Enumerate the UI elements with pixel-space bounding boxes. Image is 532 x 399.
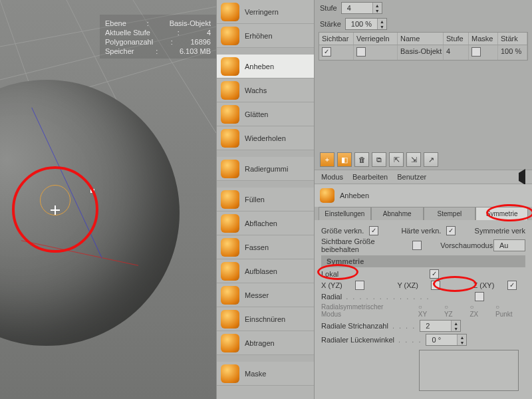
viewport-3d[interactable]: Ebene:Basis-Objekt Aktuelle Stufe:4 Poly… (0, 0, 216, 399)
hud-val: Basis-Objekt (170, 19, 211, 28)
stufe-stepper[interactable]: 4▲▼ (341, 2, 382, 14)
eraser-icon (221, 160, 239, 178)
mask-icon (221, 364, 239, 383)
delete-button[interactable]: 🗑 (354, 152, 369, 167)
tab-stempel[interactable]: Stempel (424, 207, 476, 220)
menu-bearbeiten[interactable]: Bearbeiten (352, 173, 388, 181)
radio-xy[interactable]: ○ XY (418, 303, 436, 318)
tool-label: Aufblasen (245, 267, 310, 275)
menu-benutzer[interactable]: Benutzer (397, 173, 426, 181)
sym-x-label: X (YZ) (321, 281, 342, 289)
sym-z-checkbox[interactable] (507, 281, 517, 290)
shrink-icon (221, 3, 239, 21)
tool-messer[interactable]: Messer (217, 283, 314, 307)
tool-fuellen[interactable]: Füllen (217, 188, 314, 211)
add-layer-button[interactable]: + (320, 152, 334, 167)
settings-panel: Größe verkn. Härte verkn. Symmetrie verk… (315, 220, 532, 399)
tool-label: Messer (245, 291, 310, 299)
preview-box (419, 350, 519, 391)
col-maske[interactable]: Maske (469, 33, 498, 45)
collapse-icon[interactable] (519, 173, 525, 181)
staerke-stepper[interactable]: 100 %▲▼ (345, 18, 387, 30)
tool-label: Füllen (245, 196, 310, 203)
tab-einstellungen[interactable]: Einstellungen (319, 207, 371, 220)
radial-gap-label: Radialer Lückenwinkel (321, 336, 394, 344)
fill-icon (221, 190, 239, 209)
copy-button[interactable]: ⧉ (372, 152, 386, 167)
annotation-circle-viewport (12, 166, 98, 253)
sym-x-checkbox[interactable] (355, 281, 364, 290)
tool-anheben[interactable]: Anheben (217, 55, 314, 78)
tool-wiederholen[interactable]: Wiederholen (217, 126, 314, 150)
tab-abnahme[interactable]: Abnahme (371, 207, 424, 220)
radial-strokes-stepper[interactable]: 2▲▼ (420, 320, 461, 332)
tool-label: Radiergummi (245, 165, 310, 173)
vorschau-select[interactable]: Au (493, 239, 525, 251)
tool-abtragen[interactable]: Abtragen (217, 331, 314, 355)
tool-einschnueren[interactable]: Einschnüren (217, 307, 314, 331)
haerte-verkn-label: Härte verkn. (401, 227, 441, 235)
col-sichtbar[interactable]: Sichtbar (319, 33, 354, 45)
tool-abflachen[interactable]: Abflachen (217, 211, 314, 235)
groesse-verkn-checkbox[interactable] (369, 226, 378, 235)
grab-icon (221, 238, 239, 257)
symm-verkn-label: Symmetrie verk (475, 227, 525, 235)
menu-modus[interactable]: Modus (321, 173, 343, 181)
tool-radiergummi[interactable]: Radiergummi (217, 157, 314, 181)
hud-val: 4 (207, 28, 211, 37)
radio-yz[interactable]: ○ YZ (444, 303, 462, 318)
tool-label: Einschnüren (245, 315, 310, 323)
mask-checkbox[interactable] (471, 47, 481, 57)
radial-gap-stepper[interactable]: 0 °▲▼ (426, 334, 467, 346)
radial-mode-label: Radialsymmetrischer Modus (321, 303, 402, 318)
table-row[interactable]: Basis-Objekt 4 100 % (319, 45, 527, 60)
sculpt-tool-palette: VerringernErhöhenAnhebenWachsGlättenWied… (216, 0, 315, 399)
tool-aufblasen[interactable]: Aufblasen (217, 259, 314, 283)
col-name[interactable]: Name (398, 33, 444, 45)
dots-icon: . . . . (398, 336, 422, 344)
group3-button[interactable]: ↗ (424, 152, 438, 167)
radial-label: Radial (321, 293, 342, 301)
layer-name: Basis-Objekt (398, 45, 444, 60)
lokal-checkbox[interactable] (430, 269, 439, 279)
radio-punkt[interactable]: ○ Punkt (495, 303, 521, 318)
new-button[interactable]: ◧ (337, 152, 352, 167)
tool-maske[interactable]: Maske (217, 362, 314, 386)
tool-label: Erhöhen (245, 32, 310, 40)
inflate-icon (221, 262, 239, 281)
group1-button[interactable]: ⇱ (389, 152, 404, 167)
col-staerke[interactable]: Stärk (498, 33, 527, 45)
vorschau-label: Vorschaumodus (440, 241, 489, 249)
tool-wachs[interactable]: Wachs (217, 78, 314, 102)
radial-checkbox[interactable] (475, 292, 484, 301)
tool-label: Abflachen (245, 219, 310, 227)
col-verriegeln[interactable]: Verriegeln (354, 33, 398, 45)
tool-label: Fassen (245, 243, 310, 251)
tool-label: Wiederholen (245, 134, 310, 142)
annotation-oval-symmetrie (486, 204, 532, 221)
pull-icon (320, 188, 334, 203)
haerte-verkn-checkbox[interactable] (446, 226, 456, 235)
tool-label: Abtragen (245, 339, 310, 347)
sym-y-label: Y (XZ) (397, 281, 418, 289)
col-stufe[interactable]: Stufe (444, 33, 469, 45)
sicht-groesse-checkbox[interactable] (412, 241, 421, 250)
visible-checkbox[interactable] (322, 47, 331, 57)
hud-key: Speicher (105, 47, 134, 56)
tool-glaetten[interactable]: Glätten (217, 102, 314, 126)
tool-fassen[interactable]: Fassen (217, 235, 314, 259)
radial-strokes-label: Radiale Strichanzahl (321, 322, 388, 330)
lock-checkbox[interactable] (356, 47, 366, 57)
tool-label: Wachs (245, 86, 310, 94)
dots-icon: . . . . (392, 322, 416, 330)
sicht-groesse-label: Sichtbare Größe beibehalten (321, 237, 408, 253)
tool-erhoehen[interactable]: Erhöhen (217, 24, 314, 48)
repeat-icon (221, 129, 239, 148)
group2-button[interactable]: ⇲ (406, 152, 421, 167)
tool-label: Verringern (245, 8, 310, 16)
tool-verringern[interactable]: Verringern (217, 0, 314, 24)
radio-zx[interactable]: ○ ZX (469, 303, 487, 318)
pinch-icon (221, 310, 239, 329)
hud-key: Ebene (105, 19, 126, 28)
knife-icon (221, 286, 239, 305)
